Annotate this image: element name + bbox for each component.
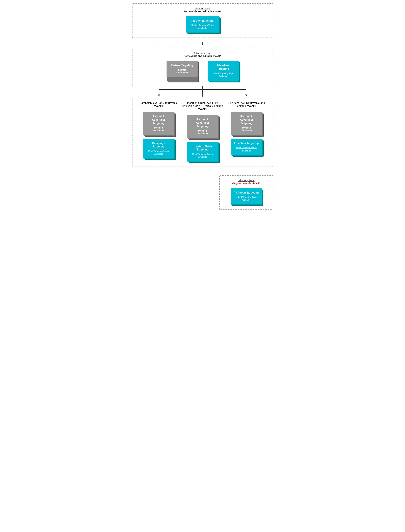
campaign-col: Campaign-level Only retrievable via API … <box>137 102 180 162</box>
io-col-header: Insertion Order-level Fully retrievable … <box>182 102 224 111</box>
advertiser-level-name: Advertiser-level <box>137 52 268 54</box>
li-col-header: Line Item-level Retrievable and editable… <box>225 102 268 108</box>
campaign-targeting-title: Campaign Targeting <box>146 142 171 149</box>
io-inherited-title: Partner & Advertiser Targeting <box>190 118 215 128</box>
partner-level-desc: Retrievable and editable via API <box>137 10 268 13</box>
card-front: Partner & Advertiser Targeting Inherited… <box>143 112 174 135</box>
advertiser-partner-targeting-card: Partner Targeting Inherited Not Editable <box>167 61 197 81</box>
campaign-level-name: Campaign-level <box>140 102 158 104</box>
li-level-name: Line Item-level <box>228 102 245 104</box>
advertiser-targeting-title: Advertiser Targeting <box>210 64 236 71</box>
li-inherited-line1: Inherited <box>234 126 259 129</box>
adgroup-level-container: Ad Group-level Only retrievable via API … <box>132 175 273 210</box>
campaign-targeting-card: Campaign Targeting Most Targeting Types … <box>143 138 174 158</box>
card-front: Partner Targeting Inherited Not Editable <box>167 61 197 77</box>
io-targeting-title: Insertion Order Targeting <box>190 144 215 152</box>
adgroup-targeting-card: Ad Group Targeting Limited Targeting Typ… <box>231 188 262 204</box>
campaign-targeting-link[interactable]: Most Targeting Types Available <box>146 150 171 156</box>
multi-arrows <box>132 86 273 98</box>
io-level-name: Insertion Order-level <box>187 102 211 104</box>
advertiser-level-header: Advertiser-level Retrievable and editabl… <box>137 52 268 57</box>
campaign-level-box: Campaign-level Only retrievable via API … <box>132 98 273 167</box>
card-front: Line Item Targeting Most Targeting Types… <box>231 138 262 155</box>
partner-cards-container: Partner Targeting Limited Targeting Type… <box>137 16 268 33</box>
advertiser-targeting-card: Advertiser Targeting Limited Targeting T… <box>208 61 239 81</box>
li-targeting-title: Line Item Targeting <box>234 142 259 145</box>
io-targeting-link[interactable]: Most Targeting Types Available <box>190 153 215 158</box>
adgroup-arrow-container: ↓ <box>132 167 273 175</box>
adv-partner-inherited-line1: Inherited <box>169 69 195 71</box>
partner-level-box: Partner-level Retrievable and editable v… <box>132 3 273 38</box>
io-inherited-line1: Inherited <box>190 130 215 132</box>
li-inherited-line2: Not Editable <box>234 129 259 132</box>
io-targeting-card: Insertion Order Targeting Most Targeting… <box>187 142 218 162</box>
campaign-inherited-title: Partner & Advertiser Targeting <box>146 115 171 125</box>
campaign-col-header: Campaign-level Only retrievable via API <box>137 102 180 108</box>
svg-marker-1 <box>202 94 203 97</box>
adv-partner-targeting-title: Partner Targeting <box>169 64 195 67</box>
li-targeting-link[interactable]: Most Targeting Types Available <box>234 146 259 152</box>
card-front: Ad Group Targeting Limited Targeting Typ… <box>231 188 262 204</box>
campaign-row: Campaign-level Only retrievable via API … <box>137 102 268 162</box>
card-front: Advertiser Targeting Limited Targeting T… <box>208 61 239 81</box>
targeting-diagram: Partner-level Retrievable and editable v… <box>130 3 275 210</box>
advertiser-targeting-link[interactable]: Limited Targeting Types Available <box>210 72 236 78</box>
adv-partner-inherited-line2: Not Editable <box>169 71 195 74</box>
io-inherited-card: Partner & Advertiser Targeting Inherited… <box>187 115 218 138</box>
partner-targeting-link[interactable]: Limited Targeting Types Available <box>189 24 217 30</box>
campaign-inherited-line2: Not Editable <box>146 129 171 132</box>
line-item-col: Line Item-level Retrievable and editable… <box>225 102 268 162</box>
adgroup-level-box: Ad Group-level Only retrievable via API … <box>219 175 273 210</box>
adgroup-level-name: Ad Group-level <box>225 179 268 182</box>
io-inherited-line2: Not Editable <box>190 132 215 135</box>
card-front: Insertion Order Targeting Most Targeting… <box>187 142 218 162</box>
partner-targeting-title: Partner Targeting <box>189 19 217 23</box>
card-front: Partner & Advertiser Targeting Inherited… <box>187 115 218 138</box>
insertion-order-col: Insertion Order-level Fully retrievable … <box>182 102 224 162</box>
li-targeting-card: Line Item Targeting Most Targeting Types… <box>231 138 262 155</box>
card-front: Campaign Targeting Most Targeting Types … <box>143 138 174 158</box>
adgroup-cards-container: Ad Group Targeting Limited Targeting Typ… <box>225 188 268 204</box>
advertiser-level-desc: Retrievable and editable via API <box>137 54 268 57</box>
adgroup-level-header: Ad Group-level Only retrievable via API <box>225 179 268 185</box>
adgroup-arrow: ↓ <box>219 169 273 175</box>
partner-targeting-card: Partner Targeting Limited Targeting Type… <box>186 16 219 33</box>
advertiser-cards-container: Partner Targeting Inherited Not Editable… <box>137 61 268 81</box>
advertiser-level-box: Advertiser-level Retrievable and editabl… <box>132 48 273 86</box>
adgroup-targeting-link[interactable]: Limited Targeting Types Available <box>233 196 259 202</box>
li-inherited-title: Partner & Advertiser Targeting <box>234 115 259 125</box>
adgroup-level-desc: Only retrievable via API <box>225 182 268 185</box>
arrows-svg <box>132 86 273 98</box>
card-front: Partner & Advertiser Targeting Inherited… <box>231 112 262 135</box>
campaign-inherited-card: Partner & Advertiser Targeting Inherited… <box>143 112 174 135</box>
arrow-partner-to-advertiser: ↓ <box>201 38 204 48</box>
li-inherited-card: Partner & Advertiser Targeting Inherited… <box>231 112 262 135</box>
partner-level-header: Partner-level Retrievable and editable v… <box>137 7 268 13</box>
adgroup-targeting-title: Ad Group Targeting <box>233 191 259 195</box>
card-front: Partner Targeting Limited Targeting Type… <box>186 16 219 33</box>
svg-marker-4 <box>158 94 160 97</box>
partner-level-name: Partner-level <box>137 7 268 10</box>
svg-marker-7 <box>245 94 247 97</box>
campaign-inherited-line1: Inherited <box>146 126 171 129</box>
